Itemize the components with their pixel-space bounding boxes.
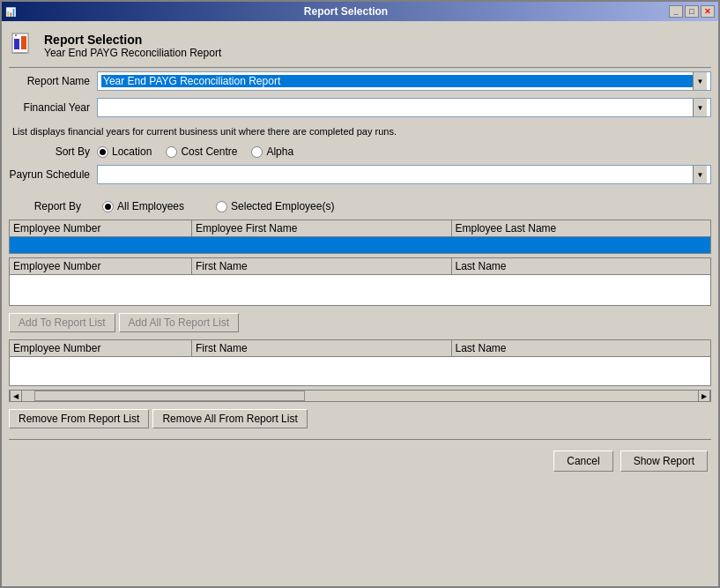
titlebar: 📊 Report Selection _ □ ✕ xyxy=(2,2,718,21)
scroll-thumb[interactable] xyxy=(34,391,305,401)
sort-cost-centre[interactable]: Cost Centre xyxy=(166,145,237,158)
sort-alpha[interactable]: Alpha xyxy=(251,145,293,158)
svg-rect-2 xyxy=(21,36,26,49)
add-buttons-row: Add To Report List Add All To Report Lis… xyxy=(9,313,711,332)
report-selected-employees[interactable]: Selected Employee(s) xyxy=(216,200,334,212)
sort-alpha-radio[interactable] xyxy=(251,146,263,158)
sort-by-row: Sort By Location Cost Centre Alpha xyxy=(9,145,711,158)
remove-buttons-row: Remove From Report List Remove All From … xyxy=(9,409,711,428)
upper-col-last-name: Employee Last Name xyxy=(452,220,711,236)
sort-radio-group: Location Cost Centre Alpha xyxy=(97,145,293,158)
sort-alpha-label: Alpha xyxy=(266,145,293,158)
financial-year-dropdown[interactable]: ▼ xyxy=(97,98,711,117)
main-window: 📊 Report Selection _ □ ✕ Report Selecti xyxy=(0,0,720,588)
upper-table-header: Employee Number Employee First Name Empl… xyxy=(10,220,710,237)
search-col-employee-number: Employee Number xyxy=(10,258,192,274)
window-title: Report Selection xyxy=(23,5,669,18)
sort-by-label: Sort By xyxy=(9,145,97,158)
report-name-dropdown[interactable]: Year End PAYG Reconciliation Report ▼ xyxy=(97,71,711,91)
maximize-button[interactable]: □ xyxy=(685,5,699,18)
report-by-label: Report By xyxy=(9,200,88,212)
report-col-last-name: Last Name xyxy=(452,340,711,356)
separator-1 xyxy=(9,67,711,68)
report-name-field: Year End PAYG Reconciliation Report ▼ xyxy=(97,71,711,91)
report-name-label: Report Name xyxy=(9,75,97,87)
all-employees-radio[interactable] xyxy=(102,201,114,212)
separator-2 xyxy=(9,439,711,440)
sort-cost-centre-radio[interactable] xyxy=(166,146,177,158)
upper-col-first-name: Employee First Name xyxy=(192,220,452,236)
all-employees-label: All Employees xyxy=(117,200,184,212)
svg-rect-3 xyxy=(15,34,17,36)
content-area: Report Selection Year End PAYG Reconcili… xyxy=(2,21,718,586)
scroll-track[interactable] xyxy=(22,391,698,401)
report-list-body[interactable] xyxy=(10,357,710,385)
payrun-schedule-field: ▼ xyxy=(97,165,711,184)
add-all-to-report-button[interactable]: Add All To Report List xyxy=(119,313,240,332)
upper-employee-table: Employee Number Employee First Name Empl… xyxy=(9,220,711,254)
upper-col-employee-number: Employee Number xyxy=(10,220,192,236)
payrun-schedule-label: Payrun Schedule xyxy=(9,168,97,181)
report-icon xyxy=(9,32,37,60)
financial-year-info: List displays financial years for curren… xyxy=(9,124,711,142)
upper-table-selected-row[interactable] xyxy=(10,237,710,253)
report-name-arrow: ▼ xyxy=(693,72,707,90)
header-text: Report Selection Year End PAYG Reconcili… xyxy=(44,33,221,59)
add-to-report-button[interactable]: Add To Report List xyxy=(9,313,115,332)
bottom-buttons: Cancel Show Report xyxy=(9,447,711,473)
payrun-schedule-dropdown[interactable]: ▼ xyxy=(97,165,711,184)
report-name-value: Year End PAYG Reconciliation Report xyxy=(101,75,693,87)
cancel-button[interactable]: Cancel xyxy=(553,450,612,472)
header-title: Report Selection xyxy=(44,33,221,47)
financial-year-field: ▼ xyxy=(97,98,711,117)
svg-rect-1 xyxy=(14,39,19,49)
remove-from-report-button[interactable]: Remove From Report List xyxy=(9,409,149,428)
financial-year-label: Financial Year xyxy=(9,101,97,114)
header-subtitle: Year End PAYG Reconciliation Report xyxy=(44,47,221,59)
financial-year-row: Financial Year ▼ xyxy=(9,98,711,117)
financial-year-arrow: ▼ xyxy=(693,99,707,116)
report-list-table: Employee Number First Name Last Name xyxy=(9,339,711,386)
payrun-schedule-row: Payrun Schedule ▼ xyxy=(9,165,711,184)
report-name-row: Report Name Year End PAYG Reconciliation… xyxy=(9,71,711,91)
spacer-1 xyxy=(9,191,711,197)
sort-location[interactable]: Location xyxy=(97,145,152,158)
search-table-header: Employee Number First Name Last Name xyxy=(10,258,710,275)
app-icon: 📊 xyxy=(5,7,16,17)
sort-location-label: Location xyxy=(112,145,152,158)
search-employee-table: Employee Number First Name Last Name xyxy=(9,257,711,306)
scroll-right-button[interactable]: ▶ xyxy=(698,390,710,402)
payrun-schedule-arrow: ▼ xyxy=(693,166,707,183)
search-col-last-name: Last Name xyxy=(452,258,711,274)
sort-location-radio[interactable] xyxy=(97,146,108,158)
remove-all-from-report-button[interactable]: Remove All From Report List xyxy=(152,409,307,428)
header-section: Report Selection Year End PAYG Reconcili… xyxy=(9,28,711,63)
selected-employees-label: Selected Employee(s) xyxy=(231,200,334,212)
horizontal-scrollbar[interactable]: ◀ ▶ xyxy=(9,390,711,402)
scroll-left-button[interactable]: ◀ xyxy=(10,390,22,402)
minimize-button[interactable]: _ xyxy=(669,5,683,18)
search-table-body[interactable] xyxy=(10,275,710,305)
report-col-first-name: First Name xyxy=(192,340,452,356)
show-report-button[interactable]: Show Report xyxy=(620,450,708,472)
sort-cost-centre-label: Cost Centre xyxy=(181,145,237,158)
report-by-row: Report By All Employees Selected Employe… xyxy=(9,200,711,212)
report-all-employees[interactable]: All Employees xyxy=(102,200,184,212)
selected-employees-radio[interactable] xyxy=(216,201,227,212)
titlebar-buttons: _ □ ✕ xyxy=(669,5,715,18)
search-col-first-name: First Name xyxy=(192,258,452,274)
close-button[interactable]: ✕ xyxy=(701,5,715,18)
report-list-header: Employee Number First Name Last Name xyxy=(10,340,710,357)
report-col-employee-number: Employee Number xyxy=(10,340,192,356)
